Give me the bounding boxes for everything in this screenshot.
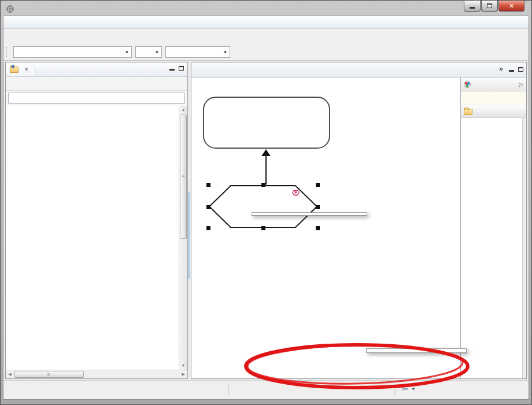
vertical-scrollbar[interactable]: ▲ ▼ [179, 106, 187, 370]
font-family-combo[interactable]: ▼ [13, 46, 132, 58]
menu-bar [3, 16, 529, 29]
main-area: ✕ ▲ ▼ [3, 61, 529, 380]
minimize-view-icon[interactable] [169, 69, 175, 71]
close-icon: ✕ [509, 2, 514, 10]
toolbar-row-2: ▼ ▼ ▼ [3, 45, 529, 60]
chevron-down-icon[interactable]: ▼ [153, 50, 161, 55]
requirement-type-icon: F [292, 190, 300, 196]
selection-handle[interactable] [261, 183, 265, 187]
maximize-editor-icon[interactable] [518, 67, 523, 72]
minimize-icon [470, 7, 475, 9]
tab-model-browser[interactable]: ✕ [6, 62, 36, 76]
panel-sash[interactable] [188, 62, 191, 379]
palette-icon [464, 81, 471, 88]
font-size-combo[interactable]: ▼ [135, 46, 162, 58]
palette-drawer-goal-model[interactable] [461, 105, 526, 118]
toolbar-row-1 [3, 30, 529, 45]
close-icon[interactable]: ✕ [24, 67, 29, 72]
model-browser-icon [10, 67, 19, 73]
tree-container: ▲ ▼ [6, 106, 187, 370]
maximize-button[interactable] [481, 1, 498, 12]
app-icon [6, 5, 14, 13]
model-browser-tabbar: ✕ [6, 62, 187, 77]
scrollbar-thumb[interactable] [14, 371, 84, 378]
palette-items [461, 118, 522, 378]
palette-toolbar [461, 91, 526, 105]
scrollbar-thumb[interactable] [180, 115, 187, 239]
selection-handle[interactable] [206, 205, 210, 209]
horizontal-scrollbar[interactable]: ◀ ▶ [6, 370, 187, 378]
chevron-down-icon[interactable]: ▼ [123, 50, 131, 55]
requirement-node-sr001[interactable]: F [208, 185, 318, 229]
filter-input[interactable] [8, 93, 185, 104]
requirement-asil: F [292, 190, 302, 196]
selection-handle[interactable] [261, 226, 265, 230]
drawer-folder-icon [464, 109, 472, 115]
palette-expand-icon[interactable]: ▷ [519, 81, 523, 87]
decompose-submenu [366, 348, 467, 353]
model-browser-panel: ✕ ▲ ▼ [5, 62, 188, 379]
title-bar[interactable]: ✕ [3, 2, 529, 16]
selection-handle[interactable] [316, 183, 320, 187]
model-browser-toolbar [6, 77, 187, 91]
status-separator [228, 385, 229, 395]
selection-handle[interactable] [316, 226, 320, 230]
selection-handle[interactable] [316, 205, 320, 209]
editor-tabbar: » [191, 62, 526, 78]
selection-handle[interactable] [206, 183, 210, 187]
minimize-button[interactable] [464, 1, 481, 12]
status-separator [394, 385, 396, 395]
scroll-down-icon[interactable]: ▼ [179, 362, 187, 370]
minimize-editor-icon[interactable] [509, 70, 514, 72]
editor-area: » [191, 62, 527, 379]
window-content: ▼ ▼ ▼ ✕ [3, 16, 529, 400]
maximize-icon [487, 3, 492, 8]
scroll-right-icon[interactable]: ▶ [179, 370, 187, 378]
diagram-canvas[interactable]: F [191, 78, 460, 378]
palette-header[interactable]: ▷ [461, 78, 526, 91]
zoom-combo[interactable]: ▼ [165, 46, 230, 58]
app-window: ✕ ▼ ▼ [0, 0, 532, 405]
status-bar: ⇦ ▼ [3, 380, 529, 399]
palette-scrollbar[interactable] [522, 118, 526, 378]
back-arrow-icon[interactable]: ⇦ [401, 384, 408, 393]
context-menu [252, 212, 367, 216]
palette-panel: ▷ [460, 78, 526, 378]
toolbar-area: ▼ ▼ ▼ [3, 29, 529, 61]
tab-overflow-button[interactable]: » [499, 65, 503, 74]
close-button[interactable]: ✕ [498, 1, 524, 12]
goal-node-g001[interactable] [203, 97, 330, 149]
sash-handle[interactable] [188, 192, 190, 279]
maximize-view-icon[interactable] [179, 66, 184, 71]
selection-handle[interactable] [206, 226, 210, 230]
model-tree [6, 106, 179, 370]
toolbar-handle[interactable] [6, 47, 9, 57]
filter-row [6, 91, 187, 106]
chevron-down-icon[interactable]: ▼ [411, 386, 416, 392]
scroll-up-icon[interactable]: ▲ [179, 106, 187, 114]
scroll-left-icon[interactable]: ◀ [6, 370, 14, 378]
chevron-down-icon[interactable]: ▼ [221, 50, 230, 55]
decomposition-connector[interactable] [265, 155, 267, 185]
